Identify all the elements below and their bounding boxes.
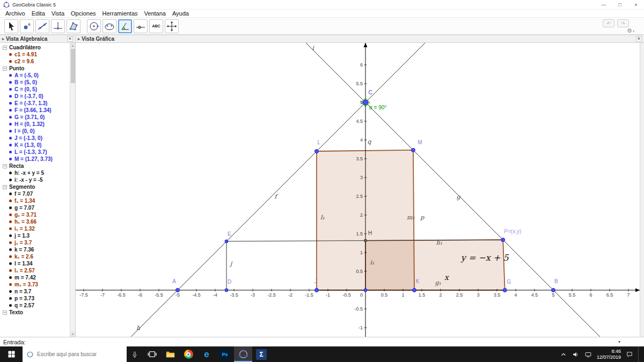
search-input[interactable] <box>37 351 118 357</box>
menu-opciones[interactable]: Opciones <box>68 10 99 17</box>
line-tool-button[interactable] <box>35 19 49 33</box>
visibility-dot-icon[interactable] <box>9 200 12 202</box>
visibility-dot-icon[interactable] <box>9 123 12 125</box>
input-history-chevron-icon[interactable]: ▾ <box>618 339 620 344</box>
algebra-group-recta[interactable]: −Recta <box>0 162 70 169</box>
point-C[interactable] <box>363 100 368 105</box>
scroll-up-icon[interactable]: ▲ <box>70 43 75 48</box>
algebra-item[interactable]: g = 7.07 <box>0 204 70 211</box>
notification-center-icon[interactable] <box>626 351 633 358</box>
algebra-item[interactable]: A = (-5, 0) <box>0 72 70 79</box>
slider-tool-button[interactable] <box>134 19 148 33</box>
visibility-dot-icon[interactable] <box>9 241 12 244</box>
minimize-button[interactable]: — <box>596 0 612 9</box>
point-J[interactable] <box>315 289 319 292</box>
menu-ayuda[interactable]: Ayuda <box>169 10 192 17</box>
algebra-item[interactable]: F = (3.66, 1.34) <box>0 107 70 114</box>
visibility-dot-icon[interactable] <box>9 304 12 307</box>
visibility-dot-icon[interactable] <box>9 220 12 223</box>
volume-icon[interactable] <box>572 351 580 358</box>
algebra-item[interactable]: f = 7.07 <box>0 190 70 197</box>
taskbar-geogebra-icon[interactable] <box>234 346 252 362</box>
point-L[interactable] <box>315 150 319 153</box>
algebra-item[interactable]: l₁ = 2.57 <box>0 267 70 274</box>
taskbar-edge-icon[interactable]: e <box>197 346 216 362</box>
maximize-button[interactable]: □ <box>612 0 628 9</box>
algebra-item[interactable]: n = 3.7 <box>0 288 70 295</box>
visibility-dot-icon[interactable] <box>9 262 12 265</box>
move-view-tool-button[interactable] <box>165 19 179 33</box>
algebra-item[interactable]: E = (-3.7, 1.3) <box>0 100 70 107</box>
point-G[interactable] <box>503 289 507 292</box>
algebra-item[interactable]: C = (0, 5) <box>0 86 70 93</box>
taskbar-chrome-icon[interactable] <box>179 346 197 362</box>
point-H[interactable] <box>364 239 367 242</box>
algebra-item[interactable]: k = 7.36 <box>0 246 70 253</box>
visibility-dot-icon[interactable] <box>9 179 12 181</box>
point-A[interactable] <box>176 289 180 292</box>
point-tool-button[interactable]: A <box>20 19 34 33</box>
visibility-dot-icon[interactable] <box>9 290 12 293</box>
algebra-group-texto[interactable]: −Texto <box>0 309 70 316</box>
visibility-dot-icon[interactable] <box>9 53 12 56</box>
close-algebra-icon[interactable]: × <box>67 36 73 42</box>
visibility-dot-icon[interactable] <box>9 227 12 230</box>
collapse-icon[interactable]: − <box>3 185 7 189</box>
hidden-icons-chevron-icon[interactable] <box>560 351 567 358</box>
taskbar-task-view-icon[interactable] <box>143 346 161 362</box>
taskbar-clock[interactable]: 8:46 12/07/2019 <box>597 349 621 360</box>
text-tool-button[interactable]: ABC <box>149 19 163 33</box>
algebra-item[interactable]: c1 = 4.91 <box>0 51 70 58</box>
collapse-icon[interactable]: − <box>3 46 7 50</box>
start-button[interactable] <box>0 346 23 362</box>
menu-vista[interactable]: Vista <box>48 10 68 17</box>
visibility-dot-icon[interactable] <box>9 60 12 63</box>
taskbar-photoshop-icon[interactable]: Ps <box>216 346 234 362</box>
algebra-group-punto[interactable]: −Punto <box>0 65 70 72</box>
visibility-dot-icon[interactable] <box>9 109 12 112</box>
polygon-tool-button[interactable] <box>67 19 80 33</box>
visibility-dot-icon[interactable] <box>9 116 12 119</box>
visibility-dot-icon[interactable] <box>9 269 12 272</box>
algebra-item[interactable]: i: -x - y = -5 <box>0 176 70 183</box>
algebra-item[interactable]: h: -x + y = 5 <box>0 169 70 176</box>
point-K[interactable] <box>413 289 416 292</box>
algebra-item[interactable]: f₁ = 1.34 <box>0 197 70 204</box>
algebra-item[interactable]: H = (0, 1.32) <box>0 121 70 128</box>
circle-tool-button[interactable] <box>87 19 101 33</box>
command-input[interactable] <box>30 338 614 346</box>
algebra-item[interactable]: G = (3.71, 0) <box>0 114 70 121</box>
settings-gear-icon[interactable]: ⚙▾ <box>627 27 634 34</box>
visibility-dot-icon[interactable] <box>9 95 12 98</box>
visibility-dot-icon[interactable] <box>9 130 12 132</box>
conic-tool-button[interactable] <box>103 19 116 33</box>
algebra-item[interactable]: J = (-1.3, 0) <box>0 135 70 142</box>
mic-icon[interactable] <box>127 346 143 362</box>
algebra-item[interactable]: K = (1.3, 0) <box>0 142 70 149</box>
menu-edita[interactable]: Edita <box>28 10 48 17</box>
visibility-dot-icon[interactable] <box>9 74 12 77</box>
menu-herramientas[interactable]: Herramientas <box>99 10 141 17</box>
visibility-dot-icon[interactable] <box>9 137 12 139</box>
algebra-group-segmento[interactable]: −Segmento <box>0 183 70 190</box>
algebra-item[interactable]: L = (-1.3, 3.7) <box>0 149 70 156</box>
point-I[interactable] <box>364 289 367 292</box>
algebra-item[interactable]: i₁ = 1.32 <box>0 225 70 232</box>
redo-icon[interactable]: ↷ <box>617 19 629 27</box>
algebra-item[interactable]: m = 7.42 <box>0 274 70 281</box>
algebra-item[interactable]: m₁ = 3.73 <box>0 281 70 288</box>
visibility-dot-icon[interactable] <box>9 213 12 216</box>
close-button[interactable]: × <box>628 0 644 9</box>
point-M[interactable] <box>411 148 415 152</box>
visibility-dot-icon[interactable] <box>9 144 12 146</box>
scrollbar-thumb[interactable] <box>71 49 75 83</box>
visibility-dot-icon[interactable] <box>9 248 12 251</box>
algebra-item[interactable]: c2 = 9.6 <box>0 58 70 65</box>
algebra-item[interactable]: j₁ = 3.7 <box>0 239 70 246</box>
algebra-group-cuadrilátero[interactable]: −Cuadrilátero <box>0 44 70 51</box>
algebra-item[interactable]: j = 1.3 <box>0 232 70 239</box>
visibility-dot-icon[interactable] <box>9 276 12 279</box>
visibility-dot-icon[interactable] <box>9 172 12 174</box>
visibility-dot-icon[interactable] <box>9 206 12 209</box>
algebra-item[interactable]: k₁ = 2.6 <box>0 253 70 260</box>
